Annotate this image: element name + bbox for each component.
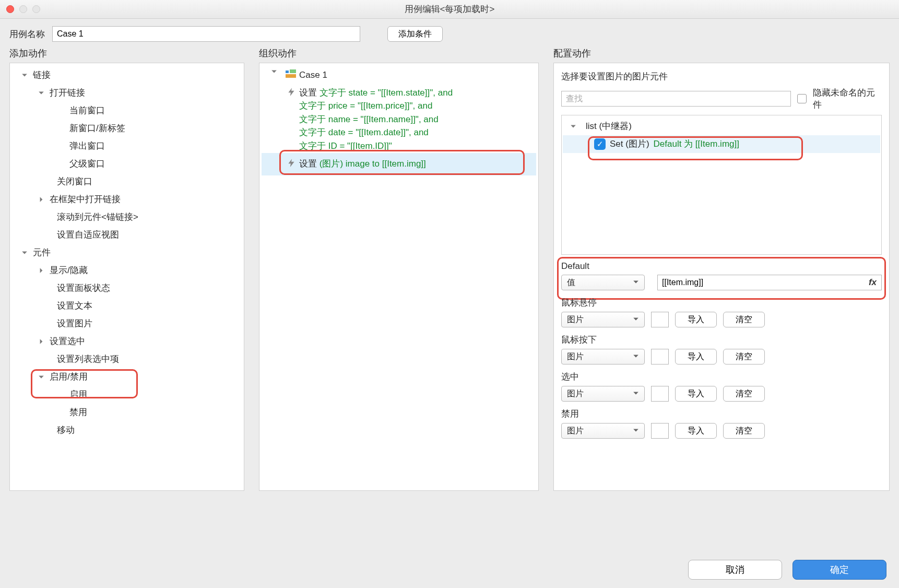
bolt-icon: [287, 87, 296, 101]
chevron-down-icon: [633, 389, 639, 398]
tree-item-new-window[interactable]: 新窗口/新标签: [12, 120, 242, 137]
state-default-select[interactable]: 值: [561, 275, 645, 290]
config-section-title: 选择要设置图片的图片元件: [561, 70, 882, 83]
chevron-right-icon: [38, 196, 48, 203]
tree-item-set-panel-state[interactable]: 设置面板状态: [12, 279, 242, 297]
state-hover-clear-button[interactable]: 清空: [723, 312, 765, 327]
chevron-right-icon: [38, 267, 48, 274]
tree-item-widget[interactable]: 元件: [12, 244, 242, 262]
minimize-icon[interactable]: [19, 5, 27, 13]
tree-item-enable[interactable]: 启用: [12, 386, 242, 404]
widget-set-image-item[interactable]: ✓ Set (图片) Default 为 [[Item.img]]: [563, 135, 880, 153]
section-headers: 添加动作 组织动作 配置动作: [0, 47, 899, 63]
state-disabled-label: 禁用: [561, 408, 882, 420]
case-name: Case 1: [299, 68, 327, 82]
tree-item-link[interactable]: 链接: [12, 66, 242, 84]
chevron-down-icon: [633, 315, 639, 324]
state-down-swatch[interactable]: [651, 349, 669, 364]
tree-item-set-text[interactable]: 设置文本: [12, 297, 242, 315]
tree-item-scroll-to[interactable]: 滚动到元件<锚链接>: [12, 208, 242, 226]
tree-item-set-selected[interactable]: 设置选中: [12, 333, 242, 350]
tree-item-disable[interactable]: 禁用: [12, 404, 242, 421]
tree-item-show-hide[interactable]: 显示/隐藏: [12, 262, 242, 279]
case-name-input[interactable]: [52, 26, 360, 42]
state-selected-swatch[interactable]: [651, 386, 669, 402]
state-hover-import-button[interactable]: 导入: [675, 312, 717, 327]
header-add-action: 添加动作: [9, 47, 244, 60]
widget-search-input[interactable]: [561, 91, 791, 107]
case-name-label: 用例名称: [9, 28, 45, 40]
state-down-clear-button[interactable]: 清空: [723, 349, 765, 364]
organize-panel: Case 1 设置 文字于 state = "[[Item.state]]", …: [259, 63, 539, 491]
action-set-text[interactable]: 设置 文字于 state = "[[Item.state]]", and 文字于…: [262, 84, 536, 153]
state-selected-label: 选中: [561, 371, 882, 383]
state-down-label: 鼠标按下: [561, 334, 882, 346]
state-default-label: Default: [561, 261, 882, 272]
tree-item-open-link[interactable]: 打开链接: [12, 84, 242, 102]
chevron-down-icon: [570, 123, 579, 130]
config-panel: 选择要设置图片的图片元件 隐藏未命名的元件 list (中继器) ✓ Set (…: [553, 63, 890, 491]
action-set-image[interactable]: 设置 (图片) image to [[Item.img]]: [262, 153, 536, 176]
close-icon[interactable]: [6, 5, 14, 13]
ok-button[interactable]: 确定: [792, 560, 886, 580]
tree-item-close-window[interactable]: 关闭窗口: [12, 173, 242, 191]
chevron-right-icon: [38, 338, 48, 345]
state-disabled-swatch[interactable]: [651, 423, 669, 439]
tree-item-move[interactable]: 移动: [12, 421, 242, 439]
tree-item-current-window[interactable]: 当前窗口: [12, 102, 242, 120]
state-selected-clear-button[interactable]: 清空: [723, 386, 765, 402]
state-down: 鼠标按下 图片 导入 清空: [561, 334, 882, 364]
state-selected-import-button[interactable]: 导入: [675, 386, 717, 402]
widget-tree-box: list (中继器) ✓ Set (图片) Default 为 [[Item.i…: [561, 115, 882, 255]
chevron-down-icon: [38, 374, 48, 380]
actions-tree: 链接 打开链接 当前窗口 新窗口/新标签 弹出窗口 父级窗口 关闭窗口 在框架中…: [10, 63, 244, 442]
svg-rect-1: [290, 69, 296, 73]
state-hover-swatch[interactable]: [651, 312, 669, 327]
window-title: 用例编辑<每项加载时>: [405, 3, 495, 15]
state-hover: 鼠标悬停 图片 导入 清空: [561, 297, 882, 327]
add-condition-button[interactable]: 添加条件: [387, 26, 443, 42]
tree-item-enable-disable[interactable]: 启用/禁用: [12, 368, 242, 386]
state-disabled-clear-button[interactable]: 清空: [723, 423, 765, 439]
hide-unnamed-checkbox[interactable]: [797, 94, 807, 103]
state-hover-select[interactable]: 图片: [561, 312, 645, 327]
chevron-down-icon: [21, 250, 31, 256]
tree-item-set-adaptive[interactable]: 设置自适应视图: [12, 226, 242, 244]
traffic-lights: [6, 5, 40, 13]
state-selected: 选中 图片 导入 清空: [561, 371, 882, 402]
bolt-icon: [287, 158, 296, 172]
state-default: Default 值 fx: [561, 261, 882, 290]
chevron-down-icon: [38, 90, 48, 96]
actions-panel: 链接 打开链接 当前窗口 新窗口/新标签 弹出窗口 父级窗口 关闭窗口 在框架中…: [9, 63, 244, 491]
cancel-button[interactable]: 取消: [688, 560, 782, 580]
state-selected-select[interactable]: 图片: [561, 386, 645, 402]
tree-item-open-in-frame[interactable]: 在框架中打开链接: [12, 191, 242, 208]
chevron-down-icon: [21, 72, 31, 78]
titlebar: 用例编辑<每项加载时>: [0, 0, 899, 19]
tree-item-popup[interactable]: 弹出窗口: [12, 137, 242, 155]
state-disabled-select[interactable]: 图片: [561, 423, 645, 439]
widget-repeater[interactable]: list (中继器): [563, 117, 880, 135]
hide-unnamed-label: 隐藏未命名的元件: [813, 87, 882, 111]
maximize-icon[interactable]: [32, 5, 40, 13]
case-icon: [286, 68, 296, 82]
tree-item-parent[interactable]: 父级窗口: [12, 155, 242, 173]
state-disabled: 禁用 图片 导入 清空: [561, 408, 882, 439]
chevron-down-icon: [633, 352, 639, 361]
svg-rect-2: [286, 74, 296, 78]
action-text: 设置 (图片) image to [[Item.img]]: [299, 157, 532, 171]
checkbox-checked-icon[interactable]: ✓: [594, 138, 606, 150]
fx-button[interactable]: fx: [864, 275, 882, 290]
tree-item-set-list-selected[interactable]: 设置列表选中项: [12, 350, 242, 368]
state-default-value-input[interactable]: [657, 275, 864, 290]
tree-item-set-image[interactable]: 设置图片: [12, 315, 242, 333]
chevron-down-icon: [633, 426, 639, 436]
case-row[interactable]: Case 1: [262, 66, 536, 84]
case-tree: Case 1 设置 文字于 state = "[[Item.state]]", …: [259, 63, 538, 179]
state-disabled-import-button[interactable]: 导入: [675, 423, 717, 439]
action-text: 设置 文字于 state = "[[Item.state]]", and 文字于…: [299, 86, 532, 153]
top-row: 用例名称 添加条件: [0, 19, 899, 47]
state-down-select[interactable]: 图片: [561, 349, 645, 364]
state-hover-label: 鼠标悬停: [561, 297, 882, 309]
state-down-import-button[interactable]: 导入: [675, 349, 717, 364]
